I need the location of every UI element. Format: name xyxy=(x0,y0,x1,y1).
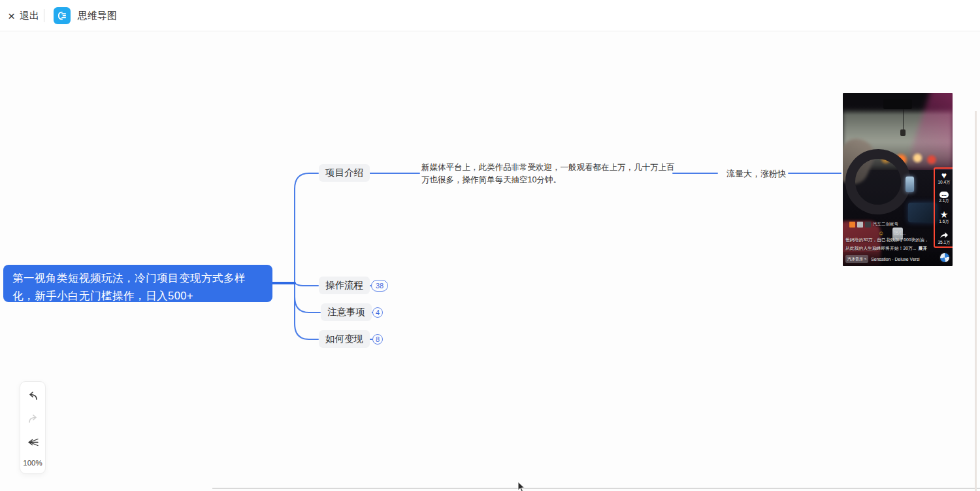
canvas-toolbar: 100% xyxy=(20,381,46,474)
comment-stat: ••• 2.1万 xyxy=(939,192,949,203)
mouse-cursor xyxy=(517,481,526,491)
vertical-scrollbar[interactable] xyxy=(975,111,977,491)
collapsed-count-badge-notes[interactable]: 4 xyxy=(372,307,383,318)
comment-icon: ••• xyxy=(939,192,949,198)
comment-count: 2.1万 xyxy=(939,199,949,203)
phone-mount xyxy=(906,177,914,192)
top-bar: × 退出 思维导图 xyxy=(0,0,980,31)
root-node[interactable]: 第一视角类短视频玩法，冷门项目变现方式多样化，新手小白无门槛操作，日入500+ xyxy=(3,265,272,302)
exit-label: 退出 xyxy=(20,10,39,22)
sticker-dark xyxy=(865,222,871,228)
exit-button[interactable]: × 退出 xyxy=(8,0,39,31)
caption-line-2: 从此我的人生巅峰即将开始！30万... xyxy=(845,246,916,250)
rearview-mirror xyxy=(883,99,912,109)
collapsed-count-badge-process[interactable]: 38 xyxy=(371,280,388,292)
video-timestamp: 05/1... xyxy=(894,231,906,235)
music-bar: 汽水音乐 > Sensation - Deluxe Versi xyxy=(843,252,953,266)
like-count: 10.4万 xyxy=(938,180,950,185)
mirror-charm-string xyxy=(903,109,904,130)
music-title: Sensation - Deluxe Versi xyxy=(871,257,950,262)
page-title: 思维导图 xyxy=(78,10,117,22)
node-precautions[interactable]: 注意事项 xyxy=(321,303,372,321)
console-screen xyxy=(908,203,937,222)
mirror-charm xyxy=(900,129,906,136)
music-disc-icon[interactable] xyxy=(939,252,951,263)
node-monetization[interactable]: 如何变现 xyxy=(319,330,370,348)
heart-icon: ♥ xyxy=(941,171,947,180)
app-logo-group: 思维导图 xyxy=(54,0,117,31)
highlighted-action-rail: ♥ 10.4万 ••• 2.1万 ★ 1.6万 35.1万 xyxy=(934,167,953,248)
music-app-badge[interactable]: 汽水音乐 > xyxy=(845,255,868,263)
zoom-level[interactable]: 100% xyxy=(23,459,42,467)
bottom-progress-line xyxy=(212,488,980,489)
node-traffic[interactable]: 流量大，涨粉快 xyxy=(727,168,786,180)
video-sticker-row: 汽车二创账号 xyxy=(849,222,898,228)
mindmap-canvas[interactable]: 第一视角类短视频玩法，冷门项目变现方式多样化，新手小白无门槛操作，日入500+ … xyxy=(0,31,980,491)
node-operation-flow[interactable]: 操作流程 xyxy=(319,277,370,294)
expand-link[interactable]: 展开 xyxy=(918,246,927,250)
video-caption: 爸妈给的30万，自己花钱加了600块的油， 从此我的人生巅峰即将开始！30万..… xyxy=(845,236,943,253)
like-stat: ♥ 10.4万 xyxy=(938,171,950,185)
connector-lines xyxy=(0,31,980,491)
sticker-orange xyxy=(849,222,855,228)
caption-line-1: 爸妈给的30万，自己花钱加了600块的油， xyxy=(845,237,929,242)
close-icon: × xyxy=(8,10,15,22)
redo-button[interactable] xyxy=(26,413,39,426)
node-video-thumbnail[interactable]: ♥ 10.4万 ••• 2.1万 ★ 1.6万 35.1万 xyxy=(843,93,953,266)
favorite-stat: ★ 1.6万 xyxy=(939,210,949,224)
collapsed-count-badge-monetize[interactable]: 8 xyxy=(372,334,383,345)
share-icon xyxy=(939,231,949,240)
mindmap-logo-icon xyxy=(54,7,71,24)
center-root-button[interactable] xyxy=(26,436,39,449)
account-tag: 汽车二创账号 xyxy=(873,222,898,228)
favorite-count: 1.6万 xyxy=(939,220,949,224)
undo-button[interactable] xyxy=(26,390,39,403)
node-project-intro[interactable]: 项目介绍 xyxy=(319,164,370,182)
sticker-gray xyxy=(857,222,863,228)
star-icon: ★ xyxy=(940,210,949,219)
share-stat: 35.1万 xyxy=(938,231,950,245)
share-count: 35.1万 xyxy=(938,241,950,245)
node-intro-detail[interactable]: 新媒体平台上，此类作品非常受欢迎，一般观看都在上万，几十万上百万也很多，操作简单… xyxy=(421,161,675,186)
topbar-divider xyxy=(44,9,44,22)
